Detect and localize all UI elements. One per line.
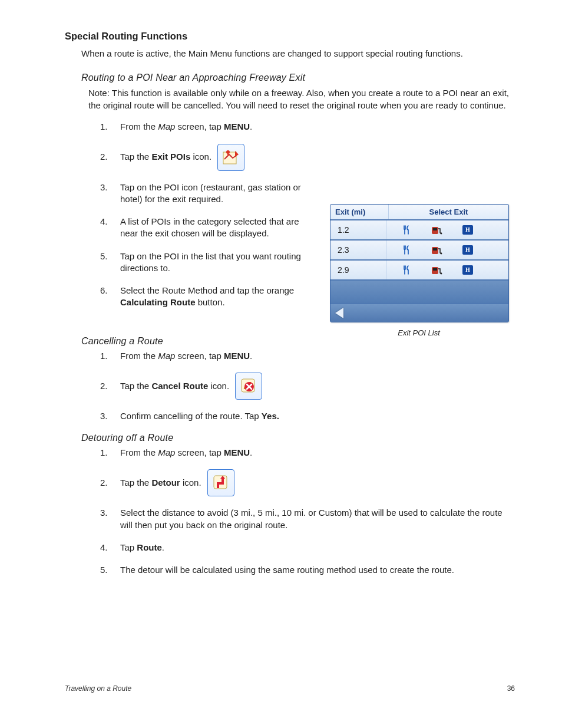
step-number: 4. [100,542,120,554]
t: screen, tap [175,447,224,457]
step-number: 2. [100,477,120,489]
svg-text:H: H [465,266,470,273]
t: Yes. [262,411,279,421]
step-number: 1. [100,447,120,459]
intro-text: When a route is active, the Main Menu fu… [81,48,515,60]
t: MENU [224,351,250,361]
exit-poi-figure: Exit (mi) Select Exit 1.2 H 2.3 H [330,204,508,337]
step-number: 1. [100,121,120,133]
t: Detour [151,477,180,487]
gas-station-icon[interactable] [430,224,444,236]
svg-rect-4 [433,228,437,230]
sec2-step1: 1. From the Map screen, tap MENU. [100,350,515,362]
hotel-icon[interactable]: H [461,224,475,236]
t: Tap the [120,151,151,162]
t: Confirm cancelling of the route. Tap [120,411,262,421]
step-text: Tap the Exit POIs icon. [120,151,211,163]
sec2-step3: 3. Confirm cancelling of the route. Tap … [100,410,515,422]
exit-distance: 2.9 [330,261,386,279]
step-number: 3. [100,410,120,422]
back-icon[interactable] [335,308,343,318]
header-exit-mi: Exit (mi) [330,205,389,219]
header-select-exit: Select Exit [389,205,508,219]
svg-point-5 [441,233,442,235]
sec2-step2: 2. Tap the Cancel Route icon. [100,373,515,400]
exit-poi-footer [330,303,508,322]
step-number: 6. [100,285,120,297]
t: Exit POIs [151,151,190,162]
hotel-icon[interactable]: H [461,244,475,256]
sec3-step2: 2. Tap the Detour icon. [100,469,515,496]
step-text: Confirm cancelling of the route. Tap Yes… [120,410,279,422]
page: Special Routing Functions When a route i… [0,0,562,728]
exit-row-empty [330,279,508,303]
svg-point-10 [441,253,442,255]
step-text: Tap the Detour icon. [120,477,201,489]
t: screen, tap [175,351,224,361]
t: . [250,447,252,457]
sec1-step3: 3. Tap on the POI icon (restaurant, gas … [100,182,515,206]
t: icon. [208,381,229,391]
t: screen, tap [175,121,224,131]
t: Map [158,351,175,361]
step-number: 4. [100,216,120,228]
step-number: 5. [100,564,120,576]
exit-row[interactable]: 2.3 H [330,239,508,259]
step-text: Select the distance to avoid (3 mi., 5 m… [120,507,515,531]
t: Map [158,121,175,131]
sec3-step3: 3. Select the distance to avoid (3 mi., … [100,507,515,531]
sec3-step5: 5. The detour will be calculated using t… [100,564,515,576]
step-number: 3. [100,507,120,519]
exit-row[interactable]: 2.9 H [330,259,508,279]
page-footer: Travelling on a Route 36 [65,684,515,693]
sec3-step1: 1. From the Map screen, tap MENU. [100,447,515,459]
step-number: 2. [100,151,120,163]
step-text: From the Map screen, tap MENU. [120,121,252,133]
exit-row[interactable]: 1.2 H [330,219,508,239]
step-text: Tap the Cancel Route icon. [120,380,229,392]
t: icon. [190,151,211,162]
restaurant-icon[interactable] [399,264,414,276]
step-number: 2. [100,380,120,392]
svg-text:H: H [465,246,470,253]
step-text: From the Map screen, tap MENU. [120,350,252,362]
sec1-step2: 2. Tap the Exit POIs icon. [100,144,515,171]
t: button. [196,297,225,307]
t: Tap [120,542,137,552]
gas-station-icon[interactable] [430,244,444,256]
gas-station-icon[interactable] [430,264,444,276]
exit-icons: H [386,244,508,256]
t: MENU [224,447,250,457]
t: MENU [224,121,250,131]
step-text: Tap on the POI in the list that you want… [120,251,315,275]
page-number: 36 [507,684,515,693]
step-text: From the Map screen, tap MENU. [120,447,252,459]
heading-cancel-route: Cancelling a Route [81,336,515,347]
exit-poi-header: Exit (mi) Select Exit [330,205,508,219]
t: Route [137,542,162,552]
step-text: The detour will be calculated using the … [120,564,454,576]
sec3-step4: 4. Tap Route. [100,542,515,554]
svg-rect-2 [227,152,229,156]
t: . [250,121,252,131]
t: . [162,542,164,552]
step-number: 1. [100,350,120,362]
exit-poi-panel: Exit (mi) Select Exit 1.2 H 2.3 H [330,204,509,322]
t: From the [120,447,158,457]
t: From the [120,351,158,361]
exit-distance: 1.2 [330,220,386,239]
heading-detour: Detouring off a Route [81,433,515,443]
t: Tap the [120,381,151,391]
exit-icons: H [386,224,508,236]
sec1-step1: 1. From the Map screen, tap MENU. [100,121,515,133]
t: Select the Route Method and tap the oran… [120,285,294,295]
detour-icon [207,469,234,496]
restaurant-icon[interactable] [399,224,414,236]
figure-caption: Exit POI List [330,328,508,337]
heading-routing-poi: Routing to a POI Near an Approaching Fre… [81,73,515,83]
t: . [250,351,252,361]
hotel-icon[interactable]: H [461,264,475,276]
restaurant-icon[interactable] [399,244,414,256]
t: Tap the [120,477,151,487]
exit-icons: H [386,264,508,276]
